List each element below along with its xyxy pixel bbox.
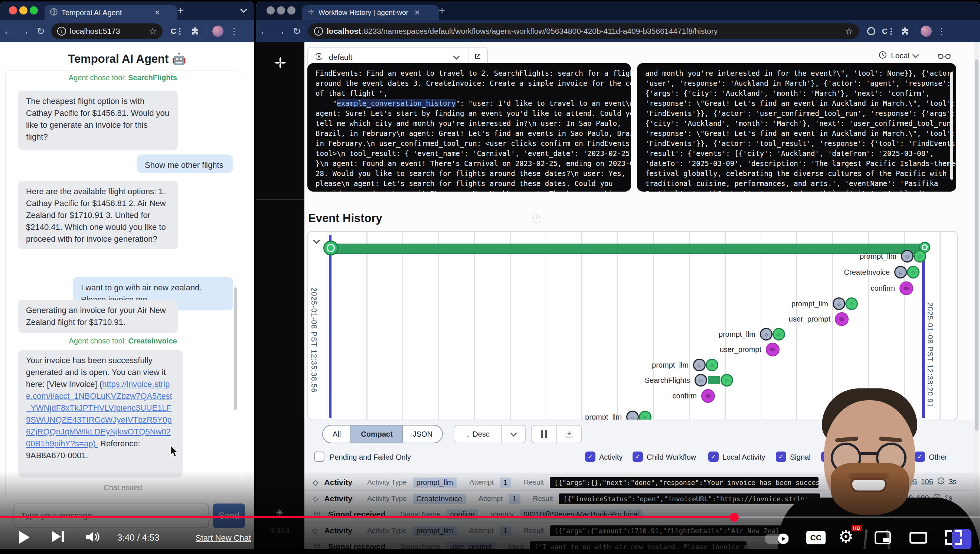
sidebar-divider: [256, 199, 304, 200]
miniplayer-button[interactable]: [875, 531, 891, 544]
zoom-window-button[interactable]: [30, 6, 38, 14]
filter-activity-label: Activity: [599, 453, 622, 462]
activity-scheduled-marker-icon: ◇: [626, 411, 639, 420]
down-arrow-icon: ↓: [466, 430, 469, 439]
back-icon[interactable]: ←: [256, 25, 272, 37]
filter-child-workflow-checkbox[interactable]: ✓: [633, 452, 643, 462]
timezone-selector[interactable]: Local: [878, 51, 918, 61]
autoplay-toggle[interactable]: [765, 533, 789, 544]
pause-button[interactable]: [531, 425, 556, 443]
profile-avatar[interactable]: [921, 25, 932, 37]
close-window-button[interactable]: [9, 6, 17, 14]
invoice-link[interactable]: https://invoice.stripe.com/i/acct_1NBOLu…: [26, 379, 172, 448]
timeline-event[interactable]: prompt_llm ◇◇: [860, 250, 926, 263]
tab-overflow-chevron-icon[interactable]: [240, 6, 247, 13]
new-tab-button[interactable]: +: [177, 5, 184, 17]
forward-icon[interactable]: →: [16, 25, 33, 37]
browser-menu-icon[interactable]: ⋮: [229, 26, 238, 37]
profile-avatar[interactable]: [212, 25, 223, 37]
password-manager-icon[interactable]: [867, 27, 875, 35]
workflow-start-marker[interactable]: [323, 240, 338, 255]
address-bar[interactable]: i localhost :8233/namespaces/default/wor…: [308, 23, 859, 39]
timeline-start-line: [329, 235, 331, 418]
next-button[interactable]: [52, 531, 64, 542]
back-icon[interactable]: ←: [0, 25, 16, 37]
letterbox-bar: [0, 549, 980, 554]
minimize-window-button[interactable]: [19, 6, 27, 14]
fullscreen-button[interactable]: [945, 530, 962, 545]
close-window-button[interactable]: [267, 6, 275, 14]
download-icon[interactable]: [556, 425, 581, 443]
timeline-event[interactable]: user_prompt: [720, 343, 780, 357]
pending-failed-checkbox[interactable]: [314, 452, 325, 462]
close-tab-icon[interactable]: ✕: [154, 8, 160, 17]
timeline-event[interactable]: SearchFlights ◇◇: [645, 374, 733, 387]
timeline-event[interactable]: prompt_llm ◇◇: [791, 298, 858, 310]
tab-title: Temporal AI Agent: [62, 8, 151, 17]
tab-temporal-ai-agent[interactable]: Temporal AI Agent ✕: [45, 5, 177, 20]
open-in-new-icon[interactable]: [468, 53, 487, 62]
filter-local-activity-label: Local Activity: [722, 453, 765, 462]
activity-completed-marker-icon: ◇: [706, 359, 718, 371]
sort-desc-button[interactable]: ↓Desc: [454, 425, 501, 443]
activity-scheduled-marker-icon: ◇: [901, 250, 913, 263]
page-scrollbar-thumb[interactable]: [975, 59, 978, 431]
agent-invoice-message: Your invoice has been successfully gener…: [18, 350, 183, 478]
extension-c-icon[interactable]: C⋮: [882, 27, 895, 36]
workflow-result-code-panel[interactable]: and month you're interested in for the e…: [637, 63, 956, 192]
extensions-puzzle-icon[interactable]: [191, 26, 200, 37]
tab-workflow-history[interactable]: Workflow History | agent-wor ✕: [302, 5, 439, 20]
video-frame: Temporal AI Agent ✕ + ← → ↻ i localhost:…: [0, 0, 980, 554]
timeline-event[interactable]: CreateInvoice ◇◇: [844, 266, 920, 279]
video-progress-bar-played[interactable]: [0, 516, 734, 518]
reload-icon[interactable]: ↻: [289, 25, 305, 37]
address-bar[interactable]: i localhost:5173 ☆: [51, 23, 162, 39]
browser-menu-icon[interactable]: ⋮: [937, 26, 946, 37]
code-panel-scrollbar[interactable]: [950, 72, 953, 180]
video-progress-bar-remaining[interactable]: [734, 516, 980, 518]
site-info-icon[interactable]: i: [57, 27, 66, 36]
activity-completed-marker-icon: ◇: [639, 411, 651, 420]
bookmark-star-icon[interactable]: ☆: [148, 26, 157, 37]
timeline-event[interactable]: confirm: [870, 282, 913, 295]
timeline-event[interactable]: prompt_llm ◇◇: [585, 411, 651, 420]
timeline-event[interactable]: user_prompt: [789, 312, 849, 326]
signal-marker-icon: [701, 389, 715, 403]
extension-c-icon[interactable]: C⋮: [171, 27, 183, 36]
play-button[interactable]: [19, 531, 30, 544]
timeline-event[interactable]: prompt_llm ◇◇: [652, 359, 718, 371]
workflow-input-code-panel[interactable]: FindEvents: Find an event to travel to 2…: [307, 63, 631, 192]
activity-scheduled-marker-icon: ◇: [833, 298, 845, 310]
captions-button[interactable]: CC: [806, 531, 826, 544]
labs-glasses-icon[interactable]: [938, 51, 951, 62]
temporal-logo-icon[interactable]: [273, 56, 287, 70]
timeline-event[interactable]: prompt_llm ◇◇: [719, 328, 785, 341]
filter-local-activity-checkbox[interactable]: ✓: [708, 452, 719, 462]
video-progress-playhead[interactable]: [730, 513, 739, 522]
close-tab-icon[interactable]: ✕: [414, 8, 420, 17]
filter-activity-checkbox[interactable]: ✓: [585, 452, 595, 462]
sidebar-nexus-icon[interactable]: [531, 213, 542, 224]
zoom-window-button[interactable]: [287, 6, 296, 14]
sort-chevron-button[interactable]: [501, 425, 525, 443]
forward-icon[interactable]: →: [272, 25, 289, 37]
bookmark-star-icon[interactable]: ☆: [845, 26, 853, 37]
start-new-chat-link[interactable]: Start New Chat: [196, 533, 251, 543]
extensions-puzzle-icon[interactable]: [900, 26, 910, 37]
timeline-event[interactable]: confirm: [672, 389, 715, 403]
view-tab-json[interactable]: JSON: [402, 425, 442, 443]
agent-message: Here are the available flight options: 1…: [18, 181, 178, 249]
volume-icon[interactable]: [84, 530, 100, 545]
signal-marker-icon: [766, 343, 780, 357]
activity-completed-marker-icon: ◇: [773, 328, 785, 341]
chat-scrollbar[interactable]: [234, 287, 237, 410]
view-tab-all[interactable]: All: [323, 425, 350, 443]
site-info-icon[interactable]: i: [314, 27, 323, 36]
new-tab-button[interactable]: +: [439, 5, 445, 17]
workflow-execution-bar[interactable]: [328, 244, 926, 254]
reload-icon[interactable]: ↻: [33, 25, 49, 37]
view-tab-compact[interactable]: Compact: [350, 425, 402, 443]
mouse-cursor: [169, 445, 180, 460]
minimize-window-button[interactable]: [277, 6, 285, 14]
theater-mode-button[interactable]: [910, 532, 927, 544]
